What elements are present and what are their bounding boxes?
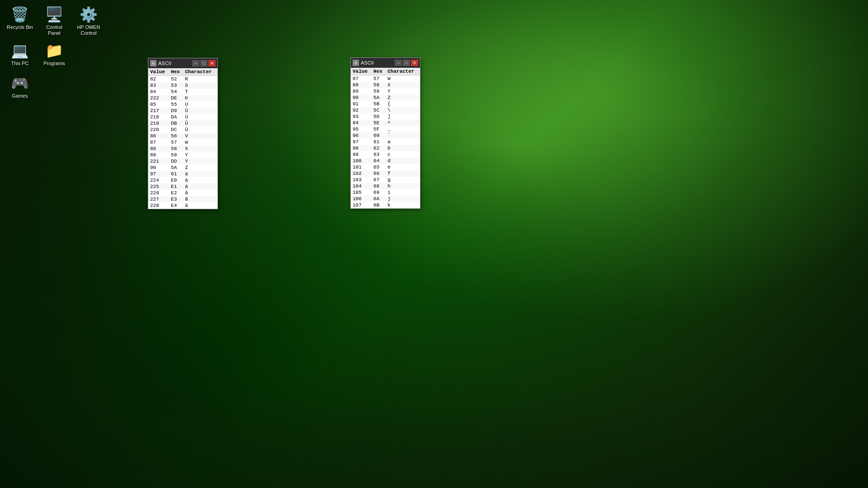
window1-table-container[interactable]: Value Hex Character 82 52 R 83 53 S 84 5… — [148, 68, 217, 209]
table-row[interactable]: 222 DE Þ — [148, 95, 217, 101]
cell-hex: D9 — [169, 108, 183, 114]
table-row[interactable]: 107 6B k — [351, 202, 420, 208]
table-row[interactable]: 228 E4 ä — [148, 202, 217, 209]
table-row[interactable]: 88 58 X — [148, 145, 217, 152]
table-row[interactable]: 98 62 b — [351, 145, 420, 151]
window2-col-value: Value — [351, 68, 372, 75]
window1-table: Value Hex Character 82 52 R 83 53 S 84 5… — [148, 68, 217, 209]
desktop-icons-row3: 🎮 Games — [4, 72, 36, 101]
table-row[interactable]: 83 53 S — [148, 82, 217, 89]
cell-char: T — [183, 89, 217, 95]
table-row[interactable]: 104 68 h — [351, 183, 420, 189]
cell-char: Z — [183, 164, 217, 171]
ascii-window-2: A ASCII – □ ✕ Value Hex Character 87 57 … — [350, 57, 420, 209]
games-icon[interactable]: 🎮 Games — [4, 72, 36, 101]
window1-app-icon: A — [150, 60, 156, 66]
window2-close-button[interactable]: ✕ — [411, 60, 418, 66]
cell-hex: 55 — [169, 101, 183, 108]
window1-col-hex: Hex — [169, 68, 183, 76]
table-row[interactable]: 225 E1 á — [148, 183, 217, 190]
cell-value: 95 — [351, 126, 372, 132]
cell-hex: 69 — [372, 189, 386, 196]
cell-hex: E2 — [169, 190, 183, 196]
cell-char: Ú — [183, 114, 217, 120]
cell-char: ^ — [386, 120, 420, 126]
table-row[interactable]: 219 DB Û — [148, 120, 217, 127]
table-row[interactable]: 93 5D ] — [351, 113, 420, 120]
recycle-bin-icon[interactable]: 🗑️ Recycle Bin — [4, 4, 36, 38]
table-row[interactable]: 87 57 W — [351, 75, 420, 82]
table-row[interactable]: 94 5E ^ — [351, 120, 420, 126]
table-row[interactable]: 87 57 W — [148, 139, 217, 145]
table-row[interactable]: 217 D9 Ù — [148, 108, 217, 114]
cell-char: ã — [183, 196, 217, 202]
cell-char: ] — [386, 113, 420, 120]
table-row[interactable]: 85 55 U — [148, 101, 217, 108]
cell-hex: 62 — [372, 145, 386, 151]
cell-char: R — [183, 76, 217, 83]
cell-value: 84 — [148, 89, 169, 95]
window1-minimize-button[interactable]: – — [192, 60, 199, 66]
table-row[interactable]: 220 DC Ü — [148, 127, 217, 133]
window2-titlebar: A ASCII – □ ✕ — [351, 58, 420, 68]
recycle-bin-label: Recycle Bin — [7, 24, 33, 30]
window1-close-button[interactable]: ✕ — [208, 60, 216, 66]
cell-char: g — [386, 177, 420, 183]
table-row[interactable]: 86 56 V — [148, 133, 217, 139]
control-panel-icon[interactable]: 🖥️ Control Panel — [38, 4, 71, 38]
table-row[interactable]: 92 5C \ — [351, 107, 420, 113]
table-row[interactable]: 90 5A Z — [351, 94, 420, 101]
cell-value: 87 — [148, 139, 169, 145]
table-row[interactable]: 103 67 g — [351, 177, 420, 183]
programs-icon[interactable]: 📁 Programs — [38, 40, 71, 68]
table-row[interactable]: 90 5A Z — [148, 164, 217, 171]
cell-hex: 53 — [169, 82, 183, 89]
table-row[interactable]: 101 65 e — [351, 164, 420, 170]
window2-app-icon: A — [353, 60, 359, 66]
cell-char: b — [386, 145, 420, 151]
cell-char: c — [386, 151, 420, 158]
cell-value: 90 — [148, 164, 169, 171]
table-row[interactable]: 218 DA Ú — [148, 114, 217, 120]
cell-hex: 65 — [372, 164, 386, 170]
window1-titlebar: A ASCII – □ ✕ — [148, 58, 217, 68]
table-row[interactable]: 227 E3 ã — [148, 196, 217, 202]
cell-hex: DD — [169, 158, 183, 164]
table-row[interactable]: 106 6A j — [351, 196, 420, 202]
cell-char: Þ — [183, 95, 217, 101]
table-row[interactable]: 97 61 a — [351, 139, 420, 145]
table-row[interactable]: 105 69 i — [351, 189, 420, 196]
table-row[interactable]: 224 E0 à — [148, 177, 217, 183]
table-row[interactable]: 95 5F _ — [351, 126, 420, 132]
cell-value: 217 — [148, 108, 169, 114]
table-row[interactable]: 96 60 ` — [351, 132, 420, 139]
window2-minimize-button[interactable]: – — [395, 60, 402, 66]
window2-table-container[interactable]: Value Hex Character 87 57 W 88 58 X 89 5… — [351, 68, 420, 208]
table-row[interactable]: 99 63 c — [351, 151, 420, 158]
cell-value: 97 — [351, 139, 372, 145]
window2-maximize-button[interactable]: □ — [403, 60, 410, 66]
table-row[interactable]: 221 DD Ý — [148, 158, 217, 164]
games-image: 🎮 — [11, 74, 29, 92]
window1-maximize-button[interactable]: □ — [200, 60, 208, 66]
table-row[interactable]: 100 64 d — [351, 158, 420, 164]
cell-hex: 66 — [372, 170, 386, 177]
cell-hex: 59 — [169, 152, 183, 158]
hp-omen-icon[interactable]: ⚙️ HP OMEN Control — [72, 4, 105, 38]
table-row[interactable]: 97 61 a — [148, 171, 217, 177]
cell-hex: E3 — [169, 196, 183, 202]
cell-value: 97 — [148, 171, 169, 177]
table-row[interactable]: 91 5B [ — [351, 101, 420, 107]
cell-char: \ — [386, 107, 420, 113]
cell-hex: 6A — [372, 196, 386, 202]
table-row[interactable]: 84 54 T — [148, 89, 217, 95]
window2-title-left: A ASCII — [353, 60, 374, 66]
table-row[interactable]: 226 E2 â — [148, 190, 217, 196]
table-row[interactable]: 89 59 Y — [148, 152, 217, 158]
table-row[interactable]: 89 59 Y — [351, 88, 420, 94]
table-row[interactable]: 82 52 R — [148, 76, 217, 83]
this-pc-icon[interactable]: 💻 This PC — [4, 40, 36, 68]
window2-title: ASCII — [361, 60, 374, 66]
table-row[interactable]: 88 58 X — [351, 82, 420, 88]
table-row[interactable]: 102 66 f — [351, 170, 420, 177]
